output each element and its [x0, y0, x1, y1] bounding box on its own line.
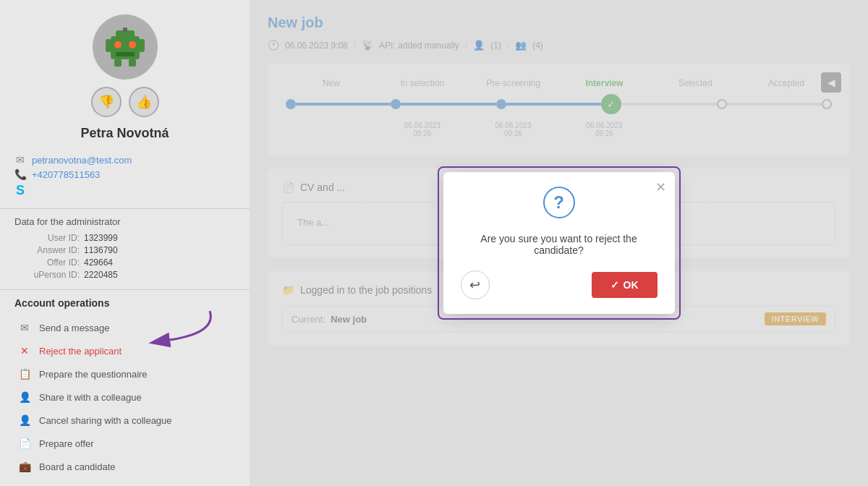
account-operations-section: Account operations ✉ Send a message ✕ Re…	[0, 289, 250, 485]
envelope-icon: ✉	[17, 320, 32, 335]
admin-data-heading: Data for the administrator	[14, 216, 235, 227]
send-message-item[interactable]: ✉ Send a message	[14, 316, 235, 339]
modal-message: Are you sure you want to reject the cand…	[480, 233, 637, 256]
cancel-sharing-item[interactable]: 👤 Cancel sharing with a colleague	[14, 409, 235, 432]
send-message-label: Send a message	[39, 323, 110, 333]
checkmark-icon: ✓	[610, 279, 619, 291]
prepare-offer-item[interactable]: 📄 Prepare offer	[14, 432, 235, 455]
modal-back-button[interactable]: ↩	[461, 270, 490, 299]
modal-ok-button[interactable]: ✓ OK	[592, 272, 658, 298]
share-colleague-label: Share it with a colleague	[39, 392, 142, 403]
email-icon: ✉	[14, 154, 26, 166]
uperson-id-row: uPerson ID: 2220485	[14, 270, 235, 280]
offer-id-value: 429664	[84, 257, 113, 268]
prepare-questionnaire-item[interactable]: 📋 Prepare the questionnaire	[14, 362, 235, 385]
skype-icon: S	[14, 183, 26, 198]
thumb-down-button[interactable]: 👎	[91, 87, 122, 117]
board-candidate-icon: 💼	[17, 459, 32, 474]
svg-rect-8	[114, 59, 122, 67]
contact-info: ✉ petranovotna@test.com 📞 +420778511563 …	[0, 154, 250, 201]
main-content: New job 🕐 06.06.2023 9:08 / 📡 API: added…	[250, 0, 868, 486]
prepare-offer-label: Prepare offer	[39, 438, 94, 449]
svg-rect-6	[106, 39, 111, 52]
modal-footer: ↩ ✓ OK	[443, 270, 675, 314]
answer-id-value: 1136790	[84, 245, 118, 255]
skype-row: S	[14, 183, 235, 198]
svg-rect-7	[139, 39, 145, 52]
svg-rect-5	[116, 52, 135, 56]
confirm-modal: ? ✕ Are you sure you want to reject the …	[443, 172, 675, 314]
share-colleague-item[interactable]: 👤 Share it with a colleague	[14, 385, 235, 409]
svg-rect-9	[129, 59, 136, 67]
prepare-offer-icon: 📄	[17, 436, 32, 451]
phone-link[interactable]: +420778511563	[32, 169, 100, 180]
modal-close-button[interactable]: ✕	[655, 181, 666, 194]
board-candidate-label: Board a candidate	[39, 461, 116, 472]
reject-applicant-label: Reject the applicant	[39, 346, 122, 357]
email-row: ✉ petranovotna@test.com	[14, 154, 235, 166]
user-id-label: User ID:	[14, 233, 80, 243]
ok-label: OK	[624, 279, 639, 291]
thumbs-section: 👎 👍	[91, 87, 159, 117]
modal-overlay[interactable]: ? ✕ Are you sure you want to reject the …	[250, 0, 868, 486]
avatar	[93, 14, 158, 80]
svg-point-3	[114, 41, 122, 48]
account-ops-heading: Account operations	[14, 297, 235, 309]
offer-id-label: Offer ID:	[14, 257, 80, 268]
questionnaire-icon: 📋	[17, 367, 32, 381]
reject-applicant-item[interactable]: ✕ Reject the applicant	[14, 339, 235, 362]
answer-id-row: Answer ID: 1136790	[14, 245, 235, 255]
admin-data-section: Data for the administrator User ID: 1323…	[0, 208, 250, 289]
share-colleague-icon: 👤	[17, 390, 32, 404]
back-arrow-icon: ↩	[469, 277, 480, 293]
uperson-id-label: uPerson ID:	[14, 270, 80, 280]
modal-body: Are you sure you want to reject the cand…	[443, 226, 675, 270]
phone-row: 📞 +420778511563	[14, 169, 235, 180]
cancel-sharing-label: Cancel sharing with a colleague	[39, 415, 172, 426]
candidate-name: Petra Novotná	[80, 126, 169, 141]
prepare-questionnaire-label: Prepare the questionnaire	[39, 369, 148, 380]
user-id-row: User ID: 1323999	[14, 233, 235, 243]
answer-id-label: Answer ID:	[14, 245, 80, 255]
phone-icon: 📞	[14, 169, 26, 180]
avatar-section: 👎 👍 Petra Novotná	[0, 0, 250, 154]
svg-point-4	[129, 41, 136, 48]
svg-rect-2	[123, 27, 127, 32]
board-candidate-item[interactable]: 💼 Board a candidate	[14, 455, 235, 478]
offer-id-row: Offer ID: 429664	[14, 257, 235, 268]
modal-question-icon: ?	[543, 187, 575, 218]
sidebar: 👎 👍 Petra Novotná ✉ petranovotna@test.co…	[0, 0, 250, 486]
modal-wrapper: ? ✕ Are you sure you want to reject the …	[438, 166, 681, 320]
modal-header: ? ✕	[443, 172, 675, 226]
user-id-value: 1323999	[84, 233, 118, 243]
cancel-sharing-icon: 👤	[17, 413, 32, 427]
uperson-id-value: 2220485	[84, 270, 118, 280]
email-link[interactable]: petranovotna@test.com	[32, 155, 132, 166]
reject-icon: ✕	[17, 344, 32, 358]
thumb-up-button[interactable]: 👍	[129, 87, 159, 117]
